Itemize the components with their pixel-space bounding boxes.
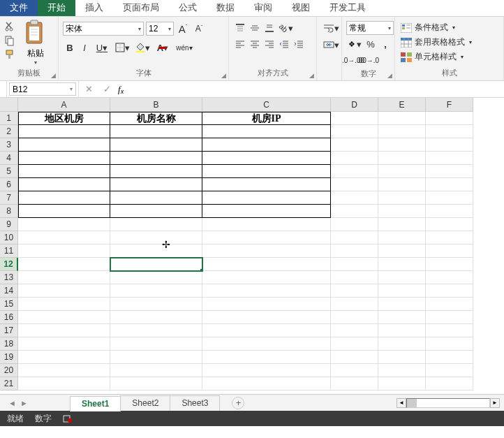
cell-D4[interactable]	[331, 152, 378, 165]
cell-D9[interactable]	[331, 218, 378, 231]
cell-E14[interactable]	[378, 284, 426, 298]
increase-indent-button[interactable]	[292, 37, 306, 51]
row-header-1[interactable]: 1	[0, 112, 18, 125]
cell-C18[interactable]	[202, 337, 331, 351]
italic-button[interactable]: I	[77, 41, 91, 54]
cell-C2[interactable]	[202, 125, 331, 138]
cell-C5[interactable]	[202, 165, 331, 178]
cell-D10[interactable]	[331, 231, 378, 244]
cell-C14[interactable]	[202, 284, 331, 298]
align-middle-button[interactable]	[248, 21, 262, 35]
decrease-decimal-button[interactable]: .00→.0	[361, 53, 375, 67]
wrap-text-button[interactable]: ▾	[321, 21, 341, 35]
column-header-C[interactable]: C	[202, 98, 331, 112]
row-header-2[interactable]: 2	[0, 125, 18, 138]
copy-icon[interactable]	[4, 35, 15, 46]
cell-D7[interactable]	[331, 191, 378, 205]
column-header-A[interactable]: A	[18, 98, 110, 112]
cell-B7[interactable]	[110, 191, 202, 205]
name-box[interactable]: B12 ▾	[9, 82, 76, 96]
cell-C9[interactable]	[202, 218, 331, 231]
cell-C7[interactable]	[202, 191, 331, 205]
scroll-left-button[interactable]: ◄	[396, 398, 406, 408]
cell-B3[interactable]	[110, 138, 202, 152]
number-format-combo[interactable]: 常规▾	[346, 21, 394, 35]
cell-D12[interactable]	[331, 258, 378, 271]
row-header-16[interactable]: 16	[0, 311, 18, 324]
format-painter-icon[interactable]	[4, 49, 15, 60]
row-header-8[interactable]: 8	[0, 205, 18, 218]
cell-B17[interactable]	[110, 324, 202, 337]
cell-F9[interactable]	[426, 218, 473, 231]
tab-page-layout[interactable]: 页面布局	[113, 0, 169, 16]
cell-A1[interactable]: 地区机房	[18, 112, 110, 125]
cell-E1[interactable]	[378, 112, 426, 125]
cell-E10[interactable]	[378, 231, 426, 244]
cell-F3[interactable]	[426, 138, 473, 152]
row-header-4[interactable]: 4	[0, 152, 18, 165]
cell-A20[interactable]	[18, 364, 110, 377]
tab-formulas[interactable]: 公式	[169, 0, 207, 16]
cell-F2[interactable]	[426, 125, 473, 138]
row-header-12[interactable]: 12	[0, 258, 18, 271]
cell-E19[interactable]	[378, 351, 426, 364]
cell-E18[interactable]	[378, 337, 426, 351]
cell-B11[interactable]	[110, 244, 202, 258]
cell-A19[interactable]	[18, 351, 110, 364]
cell-C15[interactable]	[202, 298, 331, 311]
cell-E3[interactable]	[378, 138, 426, 152]
dialog-launcher-icon[interactable]: ◢	[51, 72, 56, 79]
cell-D2[interactable]	[331, 125, 378, 138]
conditional-formatting-button[interactable]: 条件格式▾	[399, 20, 457, 35]
cell-D11[interactable]	[331, 244, 378, 258]
cell-A17[interactable]	[18, 324, 110, 337]
cell-D5[interactable]	[331, 165, 378, 178]
cell-F17[interactable]	[426, 324, 473, 337]
cell-C13[interactable]	[202, 271, 331, 284]
cell-F16[interactable]	[426, 311, 473, 324]
cell-B18[interactable]	[110, 337, 202, 351]
cell-C19[interactable]	[202, 351, 331, 364]
sheet-tab-sheet3[interactable]: Sheet3	[170, 395, 220, 411]
sheet-nav-prev[interactable]: ◄	[8, 399, 16, 407]
accounting-format-button[interactable]: ❖▾	[346, 37, 363, 51]
cell-B19[interactable]	[110, 351, 202, 364]
cell-B14[interactable]	[110, 284, 202, 298]
bold-button[interactable]: B	[63, 41, 77, 54]
dialog-launcher-icon[interactable]: ◢	[221, 72, 226, 79]
tab-developer[interactable]: 开发工具	[320, 0, 376, 16]
cell-B16[interactable]	[110, 311, 202, 324]
sheet-nav-next[interactable]: ►	[20, 399, 28, 407]
cell-A6[interactable]	[18, 178, 110, 191]
cell-B15[interactable]	[110, 298, 202, 311]
cell-A2[interactable]	[18, 125, 110, 138]
cell-E17[interactable]	[378, 324, 426, 337]
cell-F5[interactable]	[426, 165, 473, 178]
cell-F13[interactable]	[426, 271, 473, 284]
cell-E8[interactable]	[378, 205, 426, 218]
cell-B4[interactable]	[110, 152, 202, 165]
tab-view[interactable]: 视图	[282, 0, 320, 16]
cell-F20[interactable]	[426, 364, 473, 377]
border-button[interactable]: ▾	[112, 41, 132, 54]
sheet-tab-sheet2[interactable]: Sheet2	[120, 395, 170, 411]
fill-color-button[interactable]: ▾	[133, 41, 152, 54]
cell-D3[interactable]	[331, 138, 378, 152]
row-header-6[interactable]: 6	[0, 178, 18, 191]
font-name-combo[interactable]: 宋体▾	[63, 22, 144, 36]
row-header-7[interactable]: 7	[0, 191, 18, 205]
cell-B9[interactable]	[110, 218, 202, 231]
orientation-button[interactable]: ab▾	[277, 21, 295, 35]
chevron-down-icon[interactable]: ▾	[34, 59, 37, 66]
cell-D16[interactable]	[331, 311, 378, 324]
align-left-button[interactable]	[233, 37, 247, 51]
cell-C16[interactable]	[202, 311, 331, 324]
tab-home[interactable]: 开始	[38, 0, 75, 16]
cell-C8[interactable]	[202, 205, 331, 218]
cell-E12[interactable]	[378, 258, 426, 271]
horizontal-scrollbar[interactable]	[406, 398, 490, 408]
cell-A3[interactable]	[18, 138, 110, 152]
cell-F18[interactable]	[426, 337, 473, 351]
cell-A15[interactable]	[18, 298, 110, 311]
cell-F8[interactable]	[426, 205, 473, 218]
